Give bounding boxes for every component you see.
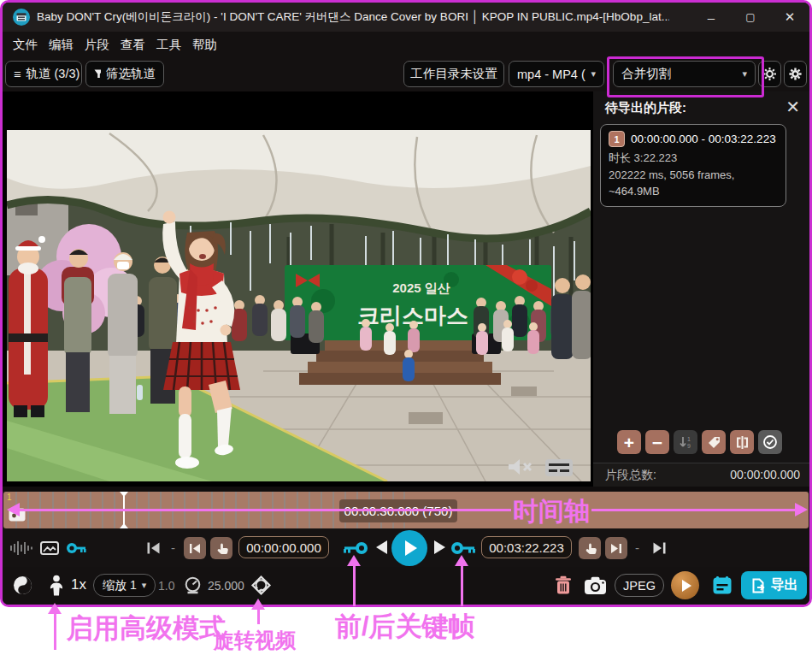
annotation-arrowhead-up xyxy=(455,555,468,566)
menu-help[interactable]: 帮助 xyxy=(192,37,217,53)
banner-year-text: 2025 일산 xyxy=(392,280,450,295)
menu-edit[interactable]: 编辑 xyxy=(49,37,74,53)
remove-segment-button[interactable]: − xyxy=(645,430,669,454)
segment-card[interactable]: 1 00:00:00.000 - 00:03:22.223 时长 3:22.22… xyxy=(600,124,786,207)
screenshot-camera-icon[interactable] xyxy=(584,575,607,595)
capture-format-button[interactable]: JPEG xyxy=(615,574,664,597)
mute-icon[interactable] xyxy=(507,456,534,481)
annotation-timeline-label: 时间轴 xyxy=(513,494,590,529)
cut-mode-dropdown[interactable]: 合并切割 ▾ xyxy=(613,61,756,87)
seek-next-keyframe-icon[interactable] xyxy=(450,540,476,556)
transport-bar: - 00:00:00.000 00:03:22.223 xyxy=(3,529,809,567)
output-format-label: mp4 - MP4 (M xyxy=(517,68,585,81)
segment-index-badge: 1 xyxy=(609,131,625,147)
separator: - xyxy=(635,540,639,555)
minus-icon: − xyxy=(652,434,662,451)
jump-file-end-icon[interactable] xyxy=(652,541,667,555)
export-preview-button[interactable] xyxy=(671,571,699,599)
play-backward-icon[interactable] xyxy=(375,540,388,555)
zoom-dropdown[interactable]: 缩放 1 ▾ xyxy=(93,574,156,597)
cut-start-time-input[interactable]: 00:00:00.000 xyxy=(238,536,329,558)
menu-tools[interactable]: 工具 xyxy=(156,37,181,53)
toolbar: ≡ 轨道 (3/3) 筛选轨道 工作目录未设置 mp4 - MP4 (M ▾ 合… xyxy=(3,57,809,91)
play-button[interactable] xyxy=(391,530,427,566)
total-value: 00:00:00.000 xyxy=(730,468,800,481)
annotation-arrowhead-up xyxy=(48,603,62,614)
theme-toggle-icon[interactable] xyxy=(13,575,32,595)
annotation-timeline-arrow-line xyxy=(591,509,797,511)
capture-format-label: JPEG xyxy=(623,579,656,593)
video-player[interactable]: 2025 일산 크리스마스 xyxy=(3,91,592,487)
fps-value: 25.000 xyxy=(208,579,244,593)
working-dir-label: 工作目录未设置 xyxy=(410,66,497,82)
jump-cut-end-button[interactable] xyxy=(605,537,627,559)
menu-segment[interactable]: 片段 xyxy=(85,37,109,53)
funnel-icon xyxy=(94,69,101,79)
segment-actions: + − 19 xyxy=(617,430,782,454)
annotation-timeline-arrow-line xyxy=(17,509,511,511)
tracks-label: 轨道 (3/3) xyxy=(26,66,79,82)
tracks-button[interactable]: ≡ 轨道 (3/3) xyxy=(5,61,82,87)
fps-gauge-icon[interactable] xyxy=(184,576,202,594)
stage-steps xyxy=(299,340,501,385)
svg-text:9: 9 xyxy=(687,443,691,449)
label-segment-button[interactable] xyxy=(702,430,726,454)
set-cut-start-button[interactable] xyxy=(210,537,232,559)
segments-panel-title: 待导出的片段: xyxy=(605,100,686,116)
play-icon xyxy=(405,540,417,556)
window-title: Baby DON'T Cry(베이비돈크라이) - 'I DON'T CARE'… xyxy=(37,9,669,25)
annotation-keyframe-arrow-line xyxy=(461,565,463,606)
segments-list-icon[interactable] xyxy=(712,575,733,596)
advanced-mode-toggle-icon[interactable] xyxy=(47,575,66,597)
play-forward-icon[interactable] xyxy=(433,540,446,555)
thumbnails-toggle-icon[interactable] xyxy=(40,540,59,556)
screenshot-canvas: Baby DON'T Cry(베이비돈크라이) - 'I DON'T CARE'… xyxy=(0,0,812,655)
waveform-toggle-icon[interactable] xyxy=(9,540,33,556)
preferences-button[interactable] xyxy=(784,61,807,87)
settings-button[interactable] xyxy=(758,61,781,87)
annotation-arrowhead-right xyxy=(795,503,808,516)
trash-icon[interactable] xyxy=(555,575,572,595)
play-icon xyxy=(682,580,691,592)
segment-range: 00:00:00.000 - 00:03:22.223 xyxy=(631,133,776,145)
seek-previous-keyframe-icon[interactable] xyxy=(343,540,368,556)
maximize-button[interactable]: ▢ xyxy=(731,3,770,32)
annotation-keyframe-arrow-line xyxy=(353,565,356,606)
minimize-button[interactable]: – xyxy=(691,3,731,32)
separator: - xyxy=(171,540,175,555)
filter-tracks-label: 筛选轨道 xyxy=(106,66,156,82)
sort-numeric-icon: 19 xyxy=(679,435,692,449)
title-bar: Baby DON'T Cry(베이비돈크라이) - 'I DON'T CARE'… xyxy=(3,3,809,32)
hand-icon xyxy=(215,542,228,555)
chevron-down-icon: ▾ xyxy=(742,68,747,80)
keyframes-toggle-icon[interactable] xyxy=(66,540,86,557)
segment-stats: 202222 ms, 5056 frames, xyxy=(609,167,778,184)
close-button[interactable]: ✕ xyxy=(770,3,809,32)
total-label: 片段总数: xyxy=(605,468,656,483)
set-cut-end-button[interactable] xyxy=(579,537,601,559)
jump-cut-start-button[interactable] xyxy=(184,537,206,559)
rotate-video-icon[interactable] xyxy=(250,575,272,596)
output-format-dropdown[interactable]: mp4 - MP4 (M ▾ xyxy=(509,61,604,87)
select-segments-button[interactable] xyxy=(758,430,782,454)
working-dir-button[interactable]: 工作目录未设置 xyxy=(403,61,504,87)
list-icon: ≡ xyxy=(14,68,21,81)
add-segment-button[interactable]: + xyxy=(617,430,641,454)
menu-file[interactable]: 文件 xyxy=(13,37,38,53)
jump-file-start-icon[interactable] xyxy=(146,541,161,555)
cut-end-time-input[interactable]: 00:03:22.223 xyxy=(481,536,572,558)
app-icon xyxy=(13,9,30,29)
check-circle-icon xyxy=(762,434,778,450)
sort-segments-button[interactable]: 19 xyxy=(674,430,697,454)
filter-tracks-button[interactable]: 筛选轨道 xyxy=(85,61,164,87)
export-file-icon xyxy=(750,578,766,593)
close-panel-icon[interactable]: ✕ xyxy=(786,97,800,117)
menu-view[interactable]: 查看 xyxy=(121,37,145,53)
video-frame: 2025 일산 크리스마스 xyxy=(7,130,591,481)
bottom-bar: 1x 缩放 1 ▾ 1.0 25.000 JPEG xyxy=(3,567,809,605)
svg-text:1: 1 xyxy=(687,436,691,442)
export-button[interactable]: 导出 xyxy=(741,571,807,599)
subtitles-icon[interactable] xyxy=(544,457,574,481)
plus-icon: + xyxy=(624,434,634,451)
split-segment-button[interactable] xyxy=(730,430,754,454)
